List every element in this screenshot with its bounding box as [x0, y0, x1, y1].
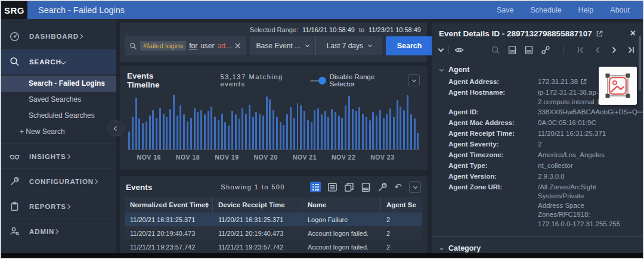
open-external-icon[interactable]	[581, 79, 587, 85]
image-placeholder-overlay	[599, 67, 637, 105]
column-header-1[interactable]: Device Receipt Time	[213, 197, 302, 213]
configuration-icon	[10, 176, 20, 186]
chevron-down-icon	[61, 59, 66, 64]
collapse-events-button[interactable]	[409, 181, 421, 193]
timeline-bar-chart[interactable]	[128, 93, 419, 150]
timeline-bar	[389, 108, 391, 149]
open-external-icon[interactable]	[596, 30, 603, 37]
clear-query-icon[interactable]: ✕	[234, 41, 242, 51]
section-name: Agent	[448, 65, 469, 74]
toggle-label: Disable Range Selector	[330, 73, 401, 88]
settings-wrench-icon[interactable]	[377, 182, 388, 192]
broken-image-icon	[603, 71, 632, 100]
sidebar-collapse-button[interactable]	[108, 120, 124, 136]
sidebar-item-insights[interactable]: INSIGHTS	[1, 143, 116, 168]
export-pdf-icon[interactable]: PDF	[507, 45, 517, 55]
search-query-input[interactable]: #failed logins for user ad... ✕	[125, 36, 246, 55]
sidebar-subitem--new-search[interactable]: + New Search	[1, 124, 116, 140]
topbar-action-about[interactable]: About	[610, 6, 630, 14]
first-event-icon[interactable]	[576, 45, 586, 55]
chevron-down-icon	[368, 43, 372, 47]
lookup-tag-icon[interactable]	[491, 45, 500, 55]
topbar-action-save[interactable]: Save	[497, 6, 514, 14]
chevron-right-icon	[78, 34, 83, 39]
sidebar-item-configuration[interactable]: CONFIGURATION	[1, 168, 116, 194]
timeline-bar	[231, 111, 233, 149]
close-details-icon[interactable]: ×	[630, 29, 636, 38]
show-fields-eye-icon[interactable]	[454, 45, 464, 55]
dashboard-icon	[10, 32, 20, 42]
column-header-label: Normalized Event Time	[130, 201, 205, 208]
timeline-bar	[169, 109, 171, 149]
sidebar-subitem-search-failed-logins[interactable]: Search - Failed Logins	[1, 76, 116, 92]
section-header-category[interactable]: Category	[440, 242, 634, 253]
table-row[interactable]: 11/20/21 16:31:25.37111/20/21 16:31:25.3…	[125, 213, 422, 226]
timeline-bar	[239, 118, 240, 149]
topbar-action-schedule[interactable]: Schedule	[530, 6, 561, 14]
timeline-bar	[324, 111, 326, 149]
last-event-icon[interactable]	[626, 45, 636, 55]
table-row[interactable]: 11/20/21 20:19:40.47311/20/21 20:19:40.4…	[125, 226, 422, 240]
topbar-action-help[interactable]: Help	[578, 6, 594, 14]
time-range-dropdown[interactable]: Last 7 days	[315, 36, 382, 55]
timeline-bar	[159, 108, 161, 149]
sidebar-item-search[interactable]: SEARCH	[1, 49, 116, 74]
timeline-bar	[228, 126, 230, 149]
sidebar-item-reports[interactable]: REPORTS	[1, 194, 116, 219]
sidebar-item-admin[interactable]: ADMIN	[1, 219, 116, 244]
table-row[interactable]: 11/21/21 19:23:57.74211/21/21 19:23:57.7…	[125, 240, 422, 253]
timeline-bar	[200, 110, 202, 150]
copy-icon[interactable]	[344, 182, 354, 192]
x-axis-label: NOV 23	[370, 154, 394, 161]
timeline-bar	[242, 108, 243, 149]
timeline-bar	[321, 114, 323, 149]
column-header-2[interactable]: Name	[302, 197, 381, 213]
expand-all-icon[interactable]	[438, 46, 444, 52]
sidebar-item-label: SEARCH	[29, 58, 61, 65]
timeline-bar	[210, 107, 212, 149]
timeline-bar	[304, 111, 305, 149]
collapse-timeline-button[interactable]	[408, 74, 420, 86]
sidebar-item-label: INSIGHTS	[29, 153, 66, 160]
table-view-icon[interactable]	[327, 182, 338, 192]
search-icon	[129, 42, 137, 50]
event-details-title: Event Details ID - 2897132798855887107	[439, 29, 592, 38]
chevron-right-icon	[66, 204, 70, 208]
timeline-bar	[149, 116, 151, 149]
column-header-0[interactable]: Normalized Event Time	[125, 197, 213, 213]
sidebar-subitem-scheduled-searches[interactable]: Scheduled Searches	[1, 108, 116, 124]
timeline-bar	[163, 114, 165, 149]
sidebar-subitem-saved-searches[interactable]: Saved Searches	[1, 92, 116, 108]
sort-icon[interactable]	[205, 202, 209, 208]
link-icon[interactable]	[541, 45, 550, 55]
details-section-category: CategoryCategory Behavior:/Authenticatio…	[432, 236, 643, 253]
field-value: 2	[538, 140, 634, 149]
table-cell: 11/20/21 20:19:40.473	[125, 226, 213, 240]
timeline-bar	[386, 114, 388, 149]
previous-event-icon[interactable]	[593, 45, 602, 55]
search-button[interactable]: Search	[386, 36, 434, 55]
timeline-bar	[397, 100, 398, 149]
table-cell: Account logon failed.	[302, 240, 381, 253]
export-csv-icon[interactable]: CSV	[524, 45, 534, 55]
grid-view-button[interactable]	[310, 182, 321, 192]
app-logo: SRG	[1, 1, 27, 19]
next-event-icon[interactable]	[609, 45, 619, 55]
undo-icon[interactable]: ↶	[394, 183, 402, 192]
query-chip[interactable]: #failed logins	[140, 41, 186, 51]
fieldset-dropdown[interactable]: Base Event ...	[250, 36, 316, 55]
timeline-bar	[407, 95, 408, 149]
events-toolbar: CSV ↶	[310, 182, 402, 192]
details-scrollbar[interactable]	[639, 36, 641, 91]
timeline-bar	[338, 116, 340, 149]
timeline-bar	[132, 117, 134, 149]
events-header: Events Showing 1 to 500 CSV	[120, 176, 427, 197]
export-csv-icon[interactable]: CSV	[361, 182, 371, 192]
column-header-3[interactable]: Agent Se	[381, 197, 422, 213]
sidebar-item-dashboard[interactable]: DASHBOARD	[1, 24, 116, 49]
timeline-bar	[297, 103, 299, 149]
range-selector-toggle[interactable]: Disable Range Selector	[310, 73, 401, 88]
detail-field: Agent Mac Address:0A:0C:05:16:01:9C	[440, 118, 634, 129]
timeline-bar	[383, 118, 385, 149]
sidebar-item-label: ADMIN	[29, 228, 54, 235]
